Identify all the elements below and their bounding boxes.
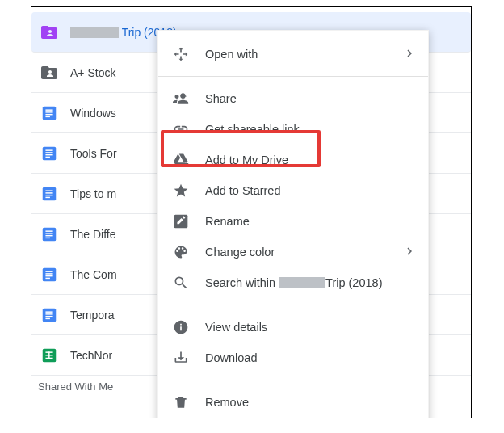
open-with-icon: [171, 44, 191, 64]
svg-rect-15: [43, 227, 57, 241]
search-icon: [171, 273, 191, 292]
svg-rect-0: [43, 106, 57, 120]
file-name: Tempora: [70, 309, 114, 322]
file-name: Tools For: [70, 147, 117, 160]
menu-separator: [158, 380, 428, 380]
sheet-icon: [40, 346, 59, 365]
menu-separator: [158, 76, 428, 77]
svg-rect-11: [45, 190, 52, 191]
svg-rect-29: [45, 317, 50, 318]
svg-rect-13: [45, 194, 52, 195]
svg-rect-5: [43, 146, 57, 160]
file-name: Windows: [70, 107, 116, 120]
svg-rect-16: [45, 230, 52, 231]
menu-view-details[interactable]: View details: [158, 312, 428, 343]
file-name: A+ Stock: [70, 66, 116, 79]
svg-rect-21: [45, 271, 52, 271]
svg-rect-18: [45, 234, 52, 235]
file-name: TechNor: [70, 349, 112, 362]
svg-rect-19: [45, 237, 50, 238]
menu-download[interactable]: Download: [158, 343, 428, 373]
menu-change-color[interactable]: Change color: [158, 237, 428, 267]
svg-rect-2: [45, 111, 52, 112]
svg-rect-8: [45, 153, 52, 154]
menu-rename[interactable]: Rename: [158, 206, 428, 237]
drive-add-icon: +: [171, 150, 191, 170]
svg-rect-28: [45, 315, 52, 316]
doc-icon: [40, 265, 59, 284]
doc-icon: [40, 184, 59, 204]
redacted-text: [279, 277, 326, 288]
svg-rect-4: [45, 116, 50, 116]
menu-remove[interactable]: Remove: [158, 387, 428, 418]
folder-icon: [40, 63, 59, 82]
file-name: The Com: [70, 268, 117, 281]
svg-rect-17: [45, 233, 52, 233]
svg-rect-1: [45, 109, 52, 110]
folder-shared-icon: [40, 23, 59, 42]
svg-rect-22: [45, 273, 52, 274]
svg-rect-9: [45, 156, 50, 157]
file-name: Tips to m: [70, 187, 116, 200]
share-icon: [171, 89, 191, 108]
svg-rect-3: [45, 113, 52, 114]
download-icon: [171, 348, 191, 368]
menu-search-within[interactable]: Search within Trip (2018): [158, 267, 428, 298]
menu-add-to-drive[interactable]: + Add to My Drive: [158, 145, 428, 175]
menu-open-with[interactable]: Open with: [158, 39, 428, 69]
file-name: The Diffe: [70, 228, 116, 241]
search-within-label: Search within Trip (2018): [205, 276, 382, 289]
svg-rect-10: [43, 187, 57, 200]
chevron-right-icon: [402, 244, 417, 261]
svg-rect-27: [45, 313, 52, 314]
app-frame: Trip (2018) A+ Stock Windows Tools For: [31, 6, 472, 418]
redacted-text: [70, 27, 119, 38]
svg-rect-7: [45, 152, 52, 153]
menu-add-to-starred[interactable]: Add to Starred: [158, 175, 428, 206]
svg-rect-34: [48, 351, 49, 359]
doc-icon: [40, 305, 59, 325]
link-icon: [171, 120, 191, 139]
doc-icon: [40, 144, 59, 163]
trash-icon: [171, 393, 191, 412]
svg-rect-20: [43, 267, 57, 281]
svg-rect-12: [45, 192, 52, 193]
menu-share[interactable]: Share: [158, 83, 428, 114]
palette-icon: [171, 242, 191, 262]
doc-icon: [40, 225, 59, 244]
svg-rect-23: [45, 275, 52, 275]
chevron-right-icon: [402, 46, 417, 63]
info-icon: [171, 317, 191, 337]
svg-rect-14: [45, 196, 50, 197]
context-menu: Open with Share Get shareable link: [158, 30, 429, 418]
star-icon: [171, 181, 191, 200]
svg-rect-26: [45, 311, 52, 312]
svg-rect-24: [45, 277, 50, 278]
menu-get-shareable-link[interactable]: Get shareable link: [158, 114, 428, 145]
svg-text:+: +: [184, 160, 188, 168]
rename-icon: [171, 212, 191, 231]
svg-rect-25: [43, 308, 57, 322]
svg-rect-6: [45, 149, 52, 150]
menu-separator: [158, 305, 428, 305]
doc-icon: [40, 103, 59, 123]
